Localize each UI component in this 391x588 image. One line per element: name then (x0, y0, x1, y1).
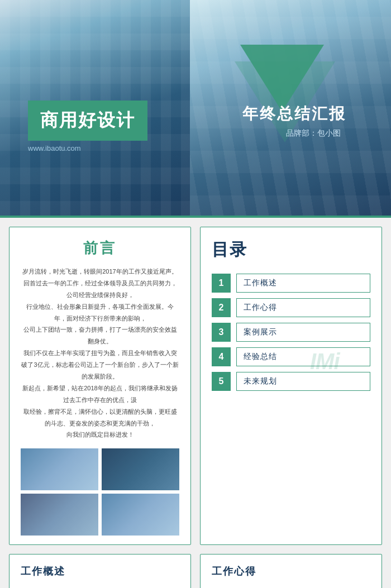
toc-list: 1 工作概述 2 工作心得 3 案例展示 (212, 274, 370, 391)
toc-item-1: 1 工作概述 (212, 274, 370, 293)
toc-item-4: 4 经验总结 (212, 347, 370, 366)
hero-bottom-divider (0, 216, 391, 218)
toc-num-3: 3 (212, 323, 231, 342)
bottom-title-2: 工作心得 (212, 565, 370, 578)
toc-label-4: 经验总结 (236, 347, 370, 366)
toc-title: 目录 (212, 238, 370, 261)
toc-label-2: 工作心得 (236, 298, 370, 317)
hero-website: www.ibaotu.com (28, 144, 81, 152)
foreword-card: 前言 岁月流转，时光飞逝，转眼间2017年的工作又接近尾声。 回首过去一年的工作… (9, 227, 191, 545)
toc-num-4: 4 (212, 347, 231, 366)
bottom-section: 工作概述 工作心得 (0, 554, 391, 588)
hero-report-title: 年终总结汇报 (242, 103, 346, 125)
foreword-image-4 (102, 494, 179, 536)
hero-title-box: 商用好设计 (28, 101, 147, 141)
hero-section: 商用好设计 www.ibaotu.com 年终总结汇报 品牌部：包小图 (0, 0, 391, 218)
foreword-image-1 (21, 448, 98, 490)
middle-section: 前言 岁月流转，时光飞逝，转眼间2017年的工作又接近尾声。 回首过去一年的工作… (0, 218, 391, 554)
foreword-images (21, 448, 179, 536)
toc-num-2: 2 (212, 298, 231, 317)
toc-item-3: 3 案例展示 (212, 323, 370, 342)
toc-num-1: 1 (212, 274, 231, 293)
toc-card: 目录 1 工作概述 2 工作心得 3 (200, 227, 382, 545)
foreword-image-3 (21, 494, 98, 536)
bottom-title-1: 工作概述 (21, 565, 179, 578)
hero-department: 品牌部：包小图 (286, 128, 341, 138)
hero-title: 商用好设计 (40, 110, 135, 130)
toc-item-2: 2 工作心得 (212, 298, 370, 317)
toc-label-5: 未来规划 (236, 372, 370, 391)
foreword-text: 岁月流转，时光飞逝，转眼间2017年的工作又接近尾声。 回首过去一年的工作，经过… (21, 266, 179, 441)
toc-label-3: 案例展示 (236, 323, 370, 342)
toc-item-5: 5 未来规划 (212, 372, 370, 391)
toc-num-5: 5 (212, 372, 231, 391)
hero-triangle-decoration (240, 45, 324, 112)
bottom-card-2: 工作心得 (200, 554, 382, 588)
toc-label-1: 工作概述 (236, 274, 370, 293)
bottom-card-1: 工作概述 (9, 554, 191, 588)
foreword-title: 前言 (21, 238, 179, 258)
foreword-image-2 (102, 448, 179, 490)
